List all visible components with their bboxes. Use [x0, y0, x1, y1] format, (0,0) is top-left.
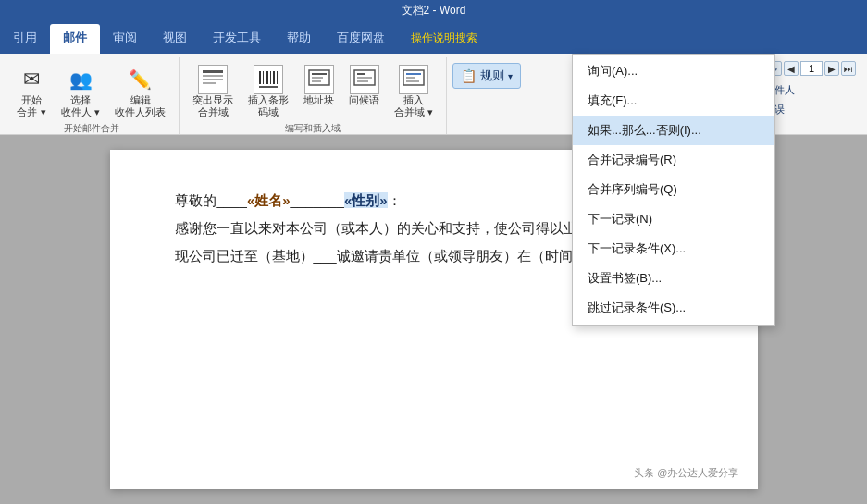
dropdown-item-skip-record-cond[interactable]: 跳过记录条件(S)...: [573, 293, 774, 323]
title-bar: 文档2 - Word: [0, 0, 867, 20]
edit-recipient-icon: ✏️: [126, 65, 155, 94]
write-insert-group-label: 编写和插入域: [285, 122, 341, 137]
svg-rect-8: [273, 71, 275, 84]
title-text: 文档2 - Word: [402, 3, 466, 18]
highlight-merge-button[interactable]: 突出显示合并域: [187, 61, 239, 122]
start-merge-label: 开始合并 ▾: [17, 94, 45, 118]
svg-rect-22: [406, 80, 419, 82]
svg-rect-18: [357, 80, 368, 82]
highlight-merge-icon: [198, 65, 228, 94]
dropdown-item-next-record[interactable]: 下一记录(N): [573, 204, 774, 234]
start-merge-group-label: 开始邮件合并: [64, 122, 119, 137]
prev-record-button[interactable]: ◀: [784, 61, 799, 76]
start-merge-icon: ✉: [17, 65, 46, 94]
address-block-icon: [304, 65, 334, 94]
tab-邮件[interactable]: 邮件: [50, 24, 100, 54]
svg-rect-5: [263, 71, 264, 84]
svg-rect-20: [406, 73, 421, 75]
group-write-insert: 突出显示合并域 插入条形码域: [180, 57, 447, 134]
select-recipient-label: 选择收件人 ▾: [61, 94, 100, 118]
merge-field-gender: «性别»: [344, 192, 388, 208]
tab-审阅[interactable]: 审阅: [100, 24, 150, 54]
start-merge-button[interactable]: ✉ 开始合并 ▾: [11, 61, 52, 122]
svg-rect-21: [406, 77, 415, 79]
tab-帮助[interactable]: 帮助: [274, 24, 324, 54]
write-insert-items: 突出显示合并域 插入条形码域: [187, 61, 439, 122]
tab-操作说明搜索[interactable]: 操作说明搜索: [398, 25, 490, 54]
svg-rect-0: [203, 70, 223, 73]
ribbon-tabs: 引用 邮件 审阅 视图 开发工具 帮助 百度网盘 操作说明搜索: [0, 20, 867, 54]
svg-rect-2: [203, 79, 223, 80]
svg-rect-14: [312, 80, 321, 82]
svg-rect-1: [203, 75, 223, 77]
tab-视图[interactable]: 视图: [150, 24, 200, 54]
record-number-input[interactable]: [800, 61, 823, 76]
greeting-icon: [350, 65, 379, 94]
edit-recipient-button[interactable]: ✏️ 编辑收件人列表: [109, 61, 171, 122]
start-merge-items: ✉ 开始合并 ▾ 👥 选择收件人 ▾ ✏️ 编辑收件人列表: [11, 61, 171, 122]
svg-rect-6: [266, 71, 268, 84]
tab-开发工具[interactable]: 开发工具: [200, 24, 274, 54]
dropdown-item-merge-record-num[interactable]: 合并记录编号(R): [573, 145, 774, 175]
greeting-label: 问候语: [349, 94, 379, 106]
svg-rect-12: [312, 73, 327, 75]
greeting-button[interactable]: 问候语: [343, 61, 385, 110]
address-block-button[interactable]: 地址块: [298, 61, 340, 110]
insert-barcode-label: 插入条形码域: [248, 94, 289, 118]
insert-merge-field-icon: [399, 65, 428, 94]
group-start-merge: ✉ 开始合并 ▾ 👥 选择收件人 ▾ ✏️ 编辑收件人列表 开始邮件合并: [4, 57, 180, 134]
dropdown-item-merge-seq-num[interactable]: 合并序列编号(Q): [573, 175, 774, 204]
insert-barcode-button[interactable]: 插入条形码域: [242, 61, 294, 122]
merge-field-name: «姓名»: [247, 192, 291, 208]
svg-rect-7: [270, 71, 271, 84]
select-recipient-icon: 👥: [66, 65, 95, 94]
insert-barcode-icon: [254, 65, 283, 94]
address-block-label: 地址块: [303, 94, 334, 106]
edit-recipient-label: 编辑收件人列表: [115, 94, 166, 118]
rules-button[interactable]: 📋 规则 ▾: [452, 63, 521, 89]
insert-merge-field-label: 插入合并域 ▾: [394, 94, 433, 118]
svg-rect-17: [357, 77, 372, 79]
rules-dropdown: 询问(A)... 填充(F)... 如果...那么...否则(I)... 合并记…: [572, 54, 775, 326]
dropdown-item-ifthenelse[interactable]: 如果...那么...否则(I)...: [573, 116, 774, 145]
rules-label: 规则: [480, 68, 504, 84]
next-record-button[interactable]: ▶: [824, 61, 839, 76]
rules-chevron-icon: ▾: [508, 71, 513, 81]
svg-rect-10: [259, 86, 278, 88]
dropdown-item-ask[interactable]: 询问(A)...: [573, 56, 774, 86]
tab-百度网盘[interactable]: 百度网盘: [324, 24, 398, 54]
svg-rect-4: [259, 71, 261, 84]
select-recipient-button[interactable]: 👥 选择收件人 ▾: [56, 61, 105, 122]
svg-rect-16: [357, 73, 365, 75]
svg-rect-13: [312, 77, 323, 79]
dropdown-item-next-record-cond[interactable]: 下一记录条件(X)...: [573, 234, 774, 264]
svg-rect-9: [277, 71, 278, 84]
last-record-button[interactable]: ⏭: [841, 61, 856, 76]
tab-引用[interactable]: 引用: [0, 24, 50, 54]
highlight-merge-label: 突出显示合并域: [192, 94, 233, 118]
watermark: 头条 @办公达人爱分享: [634, 466, 738, 480]
svg-rect-3: [203, 82, 216, 84]
dropdown-item-set-bookmark[interactable]: 设置书签(B)...: [573, 264, 774, 293]
insert-merge-field-button[interactable]: 插入合并域 ▾: [389, 61, 439, 122]
dropdown-item-fill[interactable]: 填充(F)...: [573, 86, 774, 116]
rules-area: 📋 规则 ▾: [447, 57, 526, 134]
rule-icon: 📋: [461, 68, 477, 83]
